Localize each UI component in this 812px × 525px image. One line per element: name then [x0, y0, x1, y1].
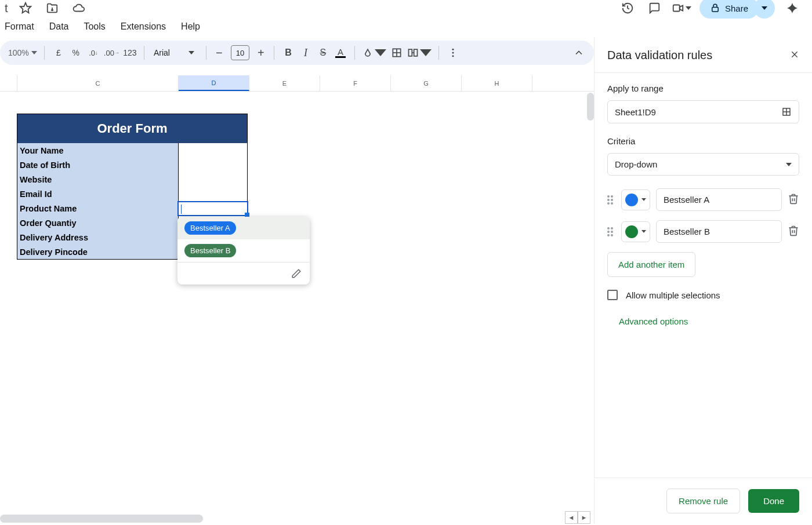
more-formats-button[interactable]: 123	[123, 45, 137, 61]
active-cell-d9[interactable]	[177, 201, 248, 216]
svg-rect-12	[408, 49, 412, 56]
svg-marker-8	[375, 49, 386, 56]
menu-help[interactable]: Help	[180, 19, 201, 34]
validation-item-row: Bestseller A	[607, 188, 799, 211]
form-label: Order Quantiy	[17, 216, 179, 230]
dropdown-option[interactable]: Bestseller A	[177, 217, 310, 239]
vertical-scrollbar[interactable]	[587, 93, 594, 121]
decrease-font-size[interactable]: −	[213, 46, 225, 60]
col-header-d[interactable]: D	[179, 75, 249, 91]
allow-multiple-label: Allow multiple selections	[626, 290, 720, 300]
star-icon[interactable]	[16, 0, 35, 17]
dropdown-option[interactable]: Bestseller B	[177, 239, 310, 262]
text-color-button[interactable]: A	[334, 45, 347, 61]
form-label: Product Name	[17, 201, 179, 216]
svg-marker-2	[680, 5, 683, 10]
remove-rule-button[interactable]: Remove rule	[666, 488, 740, 513]
bold-button[interactable]: B	[281, 45, 295, 61]
allow-multiple-checkbox[interactable]: Allow multiple selections	[607, 290, 799, 300]
sheet-nav-right[interactable]: ►	[578, 511, 590, 524]
decrease-decimal-button[interactable]: .0↓	[86, 45, 100, 61]
font-size-input[interactable]: 10	[231, 45, 249, 60]
toolbar: 100% £ % .0↓ .00→ 123 Arial − 10 + B I S…	[0, 41, 594, 65]
column-headers: C D E F G H	[0, 75, 594, 92]
svg-marker-5	[762, 6, 767, 10]
form-label: Email Id	[17, 187, 179, 201]
currency-format-button[interactable]: £	[52, 45, 66, 61]
criteria-value: Drop-down	[615, 159, 657, 169]
dropdown-edit-button[interactable]	[177, 262, 310, 285]
increase-decimal-button[interactable]: .00→	[104, 45, 119, 61]
fill-color-button[interactable]	[362, 45, 386, 61]
menu-extensions[interactable]: Extensions	[119, 19, 167, 34]
font-family-dropdown[interactable]: Arial	[151, 48, 194, 57]
chip-bestseller-a: Bestseller A	[184, 221, 236, 235]
form-label: Delivery Pincode	[17, 245, 179, 259]
svg-marker-26	[641, 230, 646, 233]
share-label: Share	[725, 3, 748, 13]
item-color-picker[interactable]	[621, 221, 650, 242]
chevron-down-icon	[786, 163, 792, 166]
svg-marker-3	[686, 6, 691, 10]
apply-range-input[interactable]: Sheet1!D9	[607, 100, 799, 123]
horizontal-scrollbar[interactable]	[0, 515, 203, 523]
svg-marker-24	[786, 163, 792, 166]
add-another-item-button[interactable]: Add another item	[607, 252, 695, 277]
cloud-status-icon[interactable]	[70, 0, 88, 17]
form-label: Delivery Address	[17, 230, 179, 245]
validation-item-row: Bestseller B	[607, 220, 799, 243]
borders-button[interactable]	[390, 45, 404, 61]
svg-marker-6	[31, 51, 37, 54]
dropdown-popup: Bestseller A Bestseller B	[177, 217, 310, 285]
col-header-g[interactable]: G	[391, 75, 462, 91]
meet-icon[interactable]	[672, 0, 691, 17]
collapse-toolbar-button[interactable]	[572, 45, 586, 61]
move-folder-icon[interactable]	[43, 0, 61, 17]
share-dropdown-button[interactable]	[754, 0, 775, 19]
menu-data[interactable]: Data	[48, 19, 70, 34]
data-validation-panel: Data validation rules Apply to range She…	[594, 37, 812, 524]
zoom-dropdown[interactable]: 100%	[8, 48, 37, 57]
menu-bar: Format Data Tools Extensions Help	[0, 16, 812, 37]
col-header-h[interactable]: H	[462, 75, 532, 91]
history-icon[interactable]	[618, 0, 637, 17]
drag-handle[interactable]	[607, 227, 615, 236]
chip-bestseller-b: Bestseller B	[184, 244, 236, 257]
increase-font-size[interactable]: +	[255, 46, 267, 60]
trash-icon	[788, 225, 799, 236]
spreadsheet-area[interactable]: C D E F G H Order Form Your Name Date of…	[0, 68, 594, 525]
svg-rect-13	[414, 49, 418, 56]
done-button[interactable]: Done	[748, 489, 799, 513]
zoom-value: 100%	[8, 48, 29, 57]
delete-item-button[interactable]	[788, 225, 799, 238]
drag-handle[interactable]	[607, 195, 615, 205]
more-toolbar-button[interactable]	[446, 45, 460, 61]
close-panel-button[interactable]	[790, 49, 799, 62]
item-color-picker[interactable]	[621, 189, 650, 210]
range-value: Sheet1!D9	[615, 107, 656, 117]
col-header-f[interactable]: F	[320, 75, 391, 91]
comments-icon[interactable]	[645, 0, 664, 17]
item-name-input[interactable]: Bestseller B	[656, 220, 782, 243]
item-name-input[interactable]: Bestseller A	[656, 188, 782, 211]
menu-format[interactable]: Format	[3, 19, 35, 34]
color-swatch	[625, 225, 638, 238]
pencil-icon	[291, 268, 302, 279]
share-button[interactable]: Share	[699, 0, 759, 19]
merge-cells-button[interactable]	[407, 45, 432, 61]
gemini-icon[interactable]	[783, 0, 802, 17]
menu-tools[interactable]: Tools	[82, 19, 106, 34]
strikethrough-button[interactable]: S	[316, 45, 330, 61]
advanced-options-toggle[interactable]: Advanced options	[607, 316, 799, 326]
sheet-nav-left[interactable]: ◄	[565, 511, 578, 524]
delete-item-button[interactable]	[788, 193, 799, 206]
col-header-c[interactable]: C	[17, 75, 179, 91]
italic-button[interactable]: I	[299, 45, 313, 61]
col-header-e[interactable]: E	[249, 75, 320, 91]
svg-point-17	[452, 52, 454, 54]
percent-format-button[interactable]: %	[69, 45, 83, 61]
svg-marker-15	[420, 49, 432, 56]
form-title: Order Form	[17, 114, 247, 143]
grid-select-icon	[781, 107, 792, 117]
criteria-dropdown[interactable]: Drop-down	[607, 153, 799, 176]
